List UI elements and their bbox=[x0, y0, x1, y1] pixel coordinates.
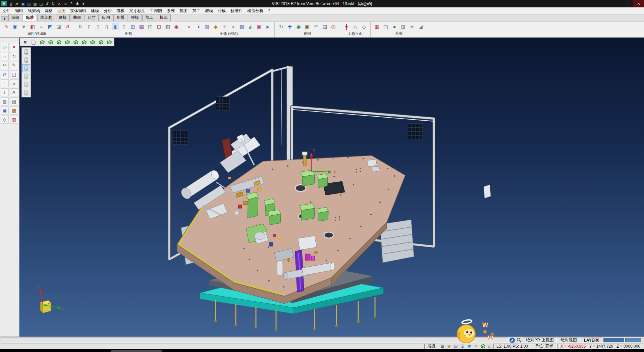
saved-views-icon[interactable]: ▤ bbox=[321, 23, 328, 30]
options-icon[interactable]: ⊞ bbox=[399, 23, 407, 30]
measure-icon[interactable]: ⌀ bbox=[10, 79, 18, 87]
quickbar-dropdown-icon[interactable]: ▾ bbox=[80, 1, 86, 7]
tab-0[interactable]: 编辑 bbox=[8, 14, 22, 21]
lighting-icon[interactable]: ☀ bbox=[221, 23, 228, 30]
menu-item-4[interactable]: 曲面 bbox=[55, 8, 68, 14]
mirror-icon[interactable]: ◫ bbox=[10, 70, 18, 78]
split-windows-icon[interactable]: ⊞ bbox=[129, 23, 137, 30]
menu-item-2[interactable]: 线架构 bbox=[25, 8, 42, 14]
view-back-icon[interactable] bbox=[55, 39, 62, 46]
color-table-icon[interactable]: ▦ bbox=[373, 23, 381, 30]
select-icon[interactable]: ◎ bbox=[1, 43, 9, 51]
solid-filter-5-icon[interactable] bbox=[22, 81, 30, 88]
world-icon[interactable]: ● bbox=[391, 23, 398, 30]
layer-color-bar[interactable] bbox=[603, 338, 624, 342]
zoom-window-icon[interactable]: ◉ bbox=[295, 23, 302, 30]
view-iso-icon[interactable] bbox=[38, 39, 46, 46]
unmask-selection-icon[interactable]: ◪ bbox=[55, 23, 62, 30]
plot-preview-icon[interactable]: ◫ bbox=[38, 1, 44, 7]
snap-toggle[interactable]: 捕捉 bbox=[424, 344, 438, 349]
viewport-1-icon[interactable]: ▯ bbox=[86, 23, 93, 30]
calculator-icon[interactable]: ⊞ bbox=[62, 1, 68, 7]
menu-item-3[interactable]: 网格 bbox=[42, 8, 55, 14]
menu-item-11[interactable]: 系统 bbox=[164, 8, 177, 14]
help-book-icon[interactable]: ▥ bbox=[10, 116, 18, 124]
grid-snap-icon[interactable]: ▦ bbox=[439, 344, 445, 349]
home-view-icon[interactable]: ⌂ bbox=[486, 344, 492, 349]
trim-icon[interactable]: ✂ bbox=[1, 61, 9, 69]
tab-3[interactable]: 建模 bbox=[56, 14, 70, 21]
tab-7[interactable]: 塑模 bbox=[113, 14, 127, 21]
save-icon[interactable]: ▣ bbox=[20, 1, 26, 7]
viewport-3-icon[interactable]: ▯ bbox=[103, 23, 110, 30]
delete-icon[interactable]: ✕ bbox=[56, 1, 62, 7]
animation-icon[interactable]: ► bbox=[264, 23, 272, 30]
modify-icon[interactable]: ✎ bbox=[10, 61, 18, 69]
settings-icon[interactable]: ✱ bbox=[466, 344, 472, 349]
cad-model[interactable]: X Y Y X bbox=[19, 38, 644, 337]
dynamic-section-icon[interactable]: ◭ bbox=[247, 23, 254, 30]
save-all-icon[interactable]: ▤ bbox=[26, 1, 32, 7]
shaded-mode-icon[interactable]: ▮ bbox=[112, 23, 119, 30]
menu-item-13[interactable]: 加工 bbox=[190, 8, 203, 14]
printer-icon[interactable]: ▤ bbox=[453, 344, 459, 349]
tab-4[interactable]: 曲面 bbox=[70, 14, 84, 21]
assist-2-icon[interactable]: 2 bbox=[460, 344, 466, 349]
input-assist-icon[interactable]: A bbox=[509, 338, 515, 343]
customize-icon[interactable]: ✱ bbox=[74, 1, 80, 7]
view-left-icon[interactable] bbox=[63, 39, 71, 46]
erase-icon[interactable]: ✕ bbox=[10, 43, 18, 51]
render-quality-icon[interactable]: ◑ bbox=[195, 23, 202, 30]
snapshot-icon[interactable]: ▣ bbox=[256, 23, 263, 30]
filter-icon[interactable]: ▼ bbox=[20, 23, 28, 30]
wireframe-mode-icon[interactable]: ▯ bbox=[120, 23, 128, 30]
units-readout[interactable]: 单位: 毫米 bbox=[532, 344, 556, 349]
view-iso-right-icon[interactable] bbox=[105, 39, 113, 46]
menu-item-6[interactable]: 建模 bbox=[89, 8, 101, 14]
view-right-icon[interactable] bbox=[72, 39, 79, 46]
undo-icon[interactable]: ↺ bbox=[44, 1, 50, 7]
text-icon[interactable]: A bbox=[10, 88, 18, 96]
solid-filter-1-icon[interactable] bbox=[22, 48, 30, 56]
mask-selection-icon[interactable]: ◩ bbox=[46, 23, 54, 30]
menu-item-14[interactable]: 塑模 bbox=[203, 8, 215, 14]
view-blank-icon[interactable]: ▢ bbox=[30, 39, 37, 46]
tab-8[interactable]: 冲模 bbox=[128, 14, 142, 21]
zoom-extents-icon[interactable]: ▣ bbox=[304, 23, 311, 30]
magnifier-icon[interactable] bbox=[516, 338, 522, 343]
menu-item-10[interactable]: 工程图 bbox=[148, 8, 164, 14]
match-attributes-icon[interactable]: ▣ bbox=[11, 23, 19, 30]
clean-system-icon[interactable]: ✳ bbox=[408, 23, 416, 30]
menu-item-8[interactable]: 电极 bbox=[114, 8, 127, 14]
stereo-view-icon[interactable]: ◐ bbox=[186, 23, 193, 30]
camera-icon[interactable]: ◎ bbox=[330, 23, 337, 30]
screen-capture-icon[interactable]: ◉ bbox=[173, 23, 180, 30]
rotate-view-icon[interactable]: ↻ bbox=[277, 23, 285, 30]
solid-filter-3-icon[interactable] bbox=[22, 64, 30, 72]
menu-item-1[interactable]: 编辑 bbox=[13, 8, 25, 14]
tab-10[interactable]: 模流 bbox=[157, 14, 171, 21]
help-icon[interactable]: ? bbox=[68, 1, 74, 7]
close-button[interactable]: ✕ bbox=[633, 0, 644, 7]
edit-attributes-icon[interactable]: ✎ bbox=[3, 23, 10, 30]
ortho-icon[interactable]: ◈ bbox=[446, 344, 452, 349]
perspective-icon[interactable]: ◢ bbox=[417, 23, 424, 30]
layers-icon[interactable]: ▤ bbox=[10, 97, 18, 105]
new-file-icon[interactable]: ▯ bbox=[8, 1, 14, 7]
redo-icon[interactable]: ↻ bbox=[50, 1, 56, 7]
layer-filter-icon[interactable]: ≡ bbox=[38, 23, 45, 30]
menu-item-16[interactable]: 标准件 bbox=[228, 8, 245, 14]
app-logo-icon[interactable]: V bbox=[1, 1, 7, 6]
window-layout-icon[interactable]: ▦ bbox=[138, 23, 145, 30]
previous-view-icon[interactable]: ↶ bbox=[312, 23, 320, 30]
viewport-3d[interactable]: ≡▢ bbox=[19, 38, 644, 337]
move-icon[interactable]: ↔ bbox=[1, 52, 9, 60]
materials-icon[interactable]: ◆ bbox=[212, 23, 219, 30]
menu-item-5[interactable]: 实体编辑 bbox=[68, 8, 89, 14]
solid-filter-4-icon[interactable] bbox=[22, 73, 30, 80]
menu-item-18[interactable]: ? bbox=[266, 9, 273, 13]
selection-color-bar[interactable] bbox=[625, 338, 641, 342]
redraw-icon[interactable]: ↻ bbox=[77, 23, 84, 30]
properties-icon[interactable]: ▣ bbox=[1, 106, 9, 115]
view-orientation-readout[interactable]: 绝对 XY 上视图 bbox=[523, 338, 556, 343]
